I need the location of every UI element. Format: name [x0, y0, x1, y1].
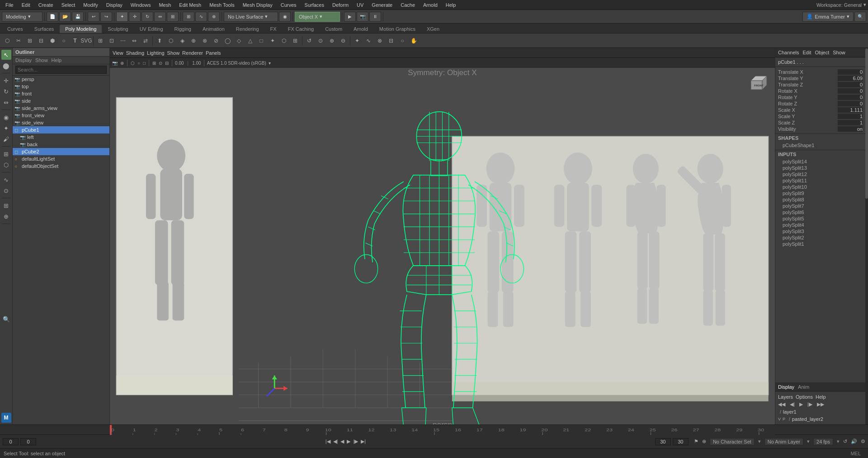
help-menu[interactable]: Help — [816, 394, 826, 400]
rotate-tool-btn[interactable]: ↻ — [142, 12, 153, 22]
loop-sel-btn[interactable]: ↺ — [304, 35, 315, 46]
right-scrollbar[interactable] — [865, 48, 868, 425]
vp-colorspace-dropdown[interactable]: ▾ — [269, 61, 271, 66]
settings-btn[interactable]: ⚙ — [861, 439, 865, 444]
open-btn[interactable]: 📂 — [59, 12, 71, 22]
menu-curves[interactable]: Curves — [277, 1, 300, 9]
select-tool[interactable]: ↖ — [1, 50, 11, 60]
outliner-search[interactable] — [13, 64, 109, 76]
input-polySplit12[interactable]: polySplit12 — [775, 171, 865, 177]
pause-btn[interactable]: ⏸ — [369, 12, 381, 22]
scale-y-input[interactable] — [838, 114, 863, 119]
menu-select[interactable]: Select — [58, 1, 79, 9]
pb-step-back[interactable]: ◀| — [332, 438, 339, 445]
pb-jump-start[interactable]: |◀ — [325, 438, 331, 445]
paint-select-tool[interactable]: ⬤ — [1, 61, 11, 71]
separate-btn[interactable]: ⊘ — [211, 35, 222, 46]
input-polySplit1[interactable]: polySplit1 — [775, 241, 865, 247]
layer2-row[interactable]: / pasted_layer2 — [787, 415, 825, 423]
tab-fx-caching[interactable]: FX Caching — [283, 25, 319, 33]
anim-layer-dropdown[interactable]: No Anim Layer — [764, 438, 803, 445]
tree-item-back[interactable]: 📷 back — [18, 141, 109, 148]
menu-file[interactable]: File — [2, 1, 17, 9]
menu-help[interactable]: Help — [442, 1, 460, 9]
tree-item-side[interactable]: 📷 side — [13, 97, 109, 105]
object-dropdown[interactable]: Object X▾ — [295, 12, 340, 22]
anim-layer-btn[interactable]: ⊕ — [702, 439, 706, 444]
input-polySplit14[interactable]: polySplit14 — [775, 158, 865, 165]
pb-step-fwd[interactable]: |▶ — [352, 438, 359, 445]
tab-poly-modeling[interactable]: Poly Modeling — [60, 25, 102, 33]
tab-rigging[interactable]: Rigging — [169, 25, 197, 33]
attr-tab-object[interactable]: Object — [815, 50, 829, 55]
table-btn[interactable]: ⊞ — [95, 35, 106, 46]
boolean-btn[interactable]: ⊕ — [188, 35, 199, 46]
ipr-btn[interactable]: 📷 — [357, 12, 368, 22]
save-btn[interactable]: 💾 — [72, 12, 84, 22]
grid-toggle[interactable]: ⊞ — [1, 200, 11, 210]
remesh-btn[interactable]: ⬡ — [278, 35, 289, 46]
menu-uv[interactable]: UV — [353, 1, 367, 9]
grid-btn[interactable]: ⊡ — [106, 35, 117, 46]
triangulate-btn[interactable]: △ — [245, 35, 255, 46]
vp-rough-icon[interactable]: □ — [143, 61, 146, 66]
input-polySplit5[interactable]: polySplit5 — [775, 215, 865, 222]
extrude-btn[interactable]: ⬆ — [154, 35, 165, 46]
smooth2-btn[interactable]: ○ — [397, 35, 408, 46]
multi-cut-btn[interactable]: ✂ — [13, 35, 24, 46]
input-polySplit6[interactable]: polySplit6 — [775, 209, 865, 215]
mirror-btn[interactable]: ⇔ — [129, 35, 140, 46]
relax-btn[interactable]: ∿ — [363, 35, 374, 46]
move-tool-btn[interactable]: ✛ — [129, 12, 141, 22]
vp-camera-icon[interactable]: 📷 — [112, 61, 118, 66]
fill-hole-btn[interactable]: ○ — [58, 35, 69, 46]
tree-item-pcube2[interactable]: ◻ pCube2 — [13, 148, 109, 155]
vp-smooth-icon[interactable]: ○ — [137, 61, 140, 66]
tree-item-side-arms-view[interactable]: 📷 side_arms_view — [13, 105, 109, 112]
vp-axis-icon[interactable]: ⊕ — [120, 61, 124, 66]
render-region-tool[interactable]: ⬡ — [1, 160, 11, 170]
connect-btn[interactable]: ⊞ — [24, 35, 35, 46]
input-polySplit11[interactable]: polySplit11 — [775, 177, 865, 184]
char-set-dropdown[interactable]: No Character Set — [710, 438, 755, 445]
tab-surfaces[interactable]: Surfaces — [29, 25, 59, 33]
start-frame-input[interactable] — [3, 438, 19, 445]
snap-toggle[interactable]: ⊕ — [1, 211, 11, 221]
tab-custom[interactable]: Custom — [320, 25, 348, 33]
svg-btn[interactable]: SVG — [81, 35, 92, 46]
grow-sel-btn[interactable]: ⊕ — [326, 35, 337, 46]
layers-menu[interactable]: Layers — [778, 394, 793, 400]
right-scrollbar-thumb[interactable] — [865, 48, 868, 199]
tree-item-default-light-set[interactable]: ○ defaultLightSet — [13, 155, 109, 162]
translate-y-input[interactable] — [838, 76, 863, 81]
visibility-input[interactable] — [838, 126, 863, 132]
loop-btn[interactable]: ↺ — [843, 439, 847, 444]
snap-point-btn[interactable]: ⊕ — [208, 12, 220, 22]
input-polySplit7[interactable]: polySplit7 — [775, 203, 865, 209]
menu-modify[interactable]: Modify — [80, 1, 101, 9]
scale-tool-btn[interactable]: ⇔ — [154, 12, 166, 22]
menu-display[interactable]: Display — [103, 1, 126, 9]
shrink-sel-btn[interactable]: ⊖ — [338, 35, 349, 46]
smooth-btn[interactable]: ◯ — [222, 35, 233, 46]
tree-item-left[interactable]: 📷 left — [18, 134, 109, 141]
vp-menu-show[interactable]: Show — [167, 50, 180, 56]
sound-btn[interactable]: 🔊 — [851, 439, 857, 444]
input-polySplit4[interactable]: polySplit4 — [775, 222, 865, 228]
sculpt-btn[interactable]: ✦ — [352, 35, 363, 46]
mel-label[interactable]: MEL — [850, 451, 861, 456]
bridge-btn[interactable]: ⊟ — [36, 35, 47, 46]
combine-btn[interactable]: ⊗ — [199, 35, 210, 46]
rotate-x-input[interactable] — [838, 88, 863, 94]
tree-item-front-view[interactable]: 📷 front_view — [13, 112, 109, 119]
retopo-btn[interactable]: ⊞ — [290, 35, 301, 46]
shape-item-pCubeShape1[interactable]: pCubeShape1 — [775, 142, 865, 148]
timeline-ruler[interactable]: 0 1 2 3 4 5 6 7 8 9 10 11 12 — [110, 425, 775, 435]
new-scene-btn[interactable]: 📄 — [47, 12, 58, 22]
vp-cam-icon2[interactable]: ⊙ — [159, 61, 162, 66]
layer1-row[interactable]: / layer1 — [778, 408, 863, 415]
menu-edit[interactable]: Edit — [18, 1, 34, 9]
anim-play-btn[interactable]: ▶ — [799, 401, 803, 407]
undo-btn[interactable]: ↩ — [88, 12, 99, 22]
grab-btn[interactable]: ✋ — [408, 35, 419, 46]
